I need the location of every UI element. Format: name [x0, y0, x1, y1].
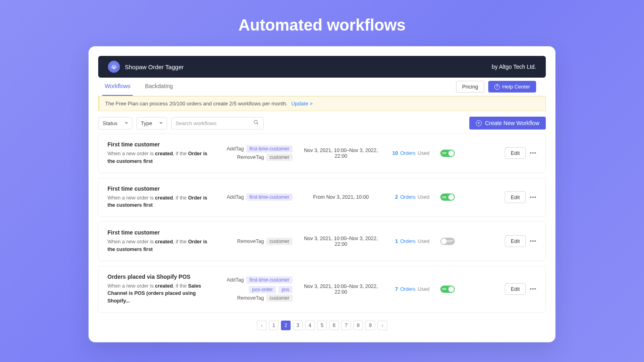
add-tag-label: AddTag: [227, 277, 244, 283]
page-7[interactable]: 7: [341, 321, 351, 330]
more-icon[interactable]: •••: [530, 238, 537, 244]
tag-chip: pos-order: [249, 286, 276, 293]
workflow-tags: RemoveTagcustomer: [216, 237, 293, 246]
page-prev[interactable]: ‹: [257, 321, 266, 330]
workflow-tags: AddTagfirst-time-customerRemoveTagcustom…: [216, 144, 293, 162]
help-icon: ?: [494, 84, 500, 90]
help-center-label: Help Center: [502, 84, 530, 90]
workflow-toggle[interactable]: ON: [440, 150, 455, 157]
app-card: Shopaw Order Tagger by Altgo Tech Ltd. W…: [89, 46, 555, 342]
workflow-card: First time customerWhen a new order is c…: [98, 222, 546, 261]
edit-button[interactable]: Edit: [505, 283, 526, 295]
svg-point-4: [113, 67, 115, 69]
edit-button[interactable]: Edit: [505, 191, 526, 203]
page-3[interactable]: 3: [293, 321, 303, 330]
page-6[interactable]: 6: [329, 321, 339, 330]
workflow-date: Nov 3, 2021, 10:00–Nov 3, 2022, 22:00: [301, 284, 381, 295]
workflow-title: Orders placed via Shopify POS: [107, 274, 208, 280]
page-8[interactable]: 8: [353, 321, 363, 330]
workflow-toggle[interactable]: ON: [440, 193, 455, 201]
chevron-down-icon: [125, 122, 128, 124]
tag-chip: first-time-customer: [246, 193, 293, 201]
page-4[interactable]: 4: [305, 321, 315, 330]
workflow-card: First time customerWhen a new order is c…: [98, 178, 546, 217]
page-5[interactable]: 5: [317, 321, 327, 330]
page-2[interactable]: 2: [281, 321, 291, 330]
hero-title: Automated workflows: [238, 16, 406, 34]
workflow-card: First time customerWhen a new order is c…: [98, 134, 546, 173]
pagination: ‹123456789›: [89, 321, 555, 330]
tabs-row: Workflows Backdating Pricing ? Help Cent…: [98, 78, 546, 96]
svg-point-0: [112, 66, 114, 67]
toggle-knob: [441, 239, 447, 244]
status-label: Status: [103, 120, 118, 126]
page-9[interactable]: 9: [365, 321, 375, 330]
app-name: Shopaw Order Tagger: [125, 64, 184, 70]
plan-banner: The Free Plan can process 20/100 orders …: [98, 96, 546, 111]
workflow-title: First time customer: [107, 185, 208, 192]
workflow-description: When a new order is created, if the Orde…: [107, 238, 208, 253]
edit-button[interactable]: Edit: [505, 147, 526, 159]
toggle-knob: [448, 150, 454, 156]
svg-point-2: [111, 67, 113, 68]
tag-chip: customer: [266, 238, 293, 245]
workflow-title: First time customer: [107, 141, 208, 148]
tag-chip: first-time-customer: [246, 145, 293, 152]
search-input[interactable]: [175, 120, 253, 126]
type-label: Type: [141, 120, 152, 126]
workflow-list: First time customerWhen a new order is c…: [98, 134, 546, 313]
workflow-description: When a new order is created, if the Orde…: [107, 194, 208, 210]
toggle-label: OFF: [447, 240, 453, 243]
workflow-toggle[interactable]: OFF: [440, 238, 455, 245]
workflow-card: Orders placed via Shopify POSWhen a new …: [98, 266, 546, 313]
chevron-down-icon: [159, 122, 163, 124]
workflow-date: From Nov 3, 2021, 10:00: [301, 194, 381, 200]
remove-tag-label: RemoveTag: [237, 154, 264, 160]
svg-point-5: [254, 120, 257, 123]
add-tag-label: AddTag: [227, 146, 244, 152]
toggle-label: ON: [442, 288, 446, 290]
remove-tag-label: RemoveTag: [237, 295, 264, 301]
toggle-knob: [448, 194, 454, 200]
pricing-button[interactable]: Pricing: [456, 81, 484, 93]
page-next[interactable]: ›: [378, 321, 387, 330]
toggle-knob: [448, 286, 454, 292]
banner-text: The Free Plan can process 20/100 orders …: [105, 101, 287, 107]
workflow-title: First time customer: [107, 229, 208, 236]
create-workflow-button[interactable]: + Create New Workflow: [469, 117, 546, 130]
svg-point-3: [115, 67, 116, 68]
add-tag-label: AddTag: [227, 194, 244, 200]
tag-chip: customer: [266, 154, 293, 161]
app-logo-icon: [108, 61, 120, 73]
workflow-usage: 10 Orders Used: [389, 150, 429, 156]
svg-point-1: [114, 66, 116, 67]
toggle-label: ON: [442, 196, 446, 199]
filter-row: Status Type + Create New Workflow: [98, 117, 546, 130]
workflow-toggle[interactable]: ON: [440, 286, 455, 293]
banner-update-link[interactable]: Update >: [291, 101, 313, 107]
status-select[interactable]: Status: [98, 117, 132, 130]
workflow-usage: 2 Orders Used: [389, 194, 429, 200]
workflow-tags: AddTagfirst-time-customerpos-orderposRem…: [216, 275, 293, 303]
tag-chip: first-time-customer: [246, 276, 293, 284]
tab-backdating[interactable]: Backdating: [142, 78, 175, 96]
create-workflow-label: Create New Workflow: [485, 120, 539, 126]
plus-circle-icon: +: [476, 120, 482, 126]
type-select[interactable]: Type: [136, 117, 167, 130]
remove-tag-label: RemoveTag: [237, 239, 264, 244]
search-icon: [253, 119, 259, 127]
more-icon[interactable]: •••: [530, 286, 537, 292]
page-1[interactable]: 1: [269, 321, 279, 330]
tab-workflows[interactable]: Workflows: [102, 78, 133, 96]
help-center-button[interactable]: ? Help Center: [488, 81, 536, 93]
workflow-tags: AddTagfirst-time-customer: [216, 192, 293, 202]
app-author: by Altgo Tech Ltd.: [492, 64, 536, 70]
workflow-date: Nov 3, 2021, 10:00–Nov 3, 2022, 22:00: [301, 236, 381, 247]
more-icon[interactable]: •••: [530, 150, 537, 156]
search-box[interactable]: [171, 117, 264, 130]
workflow-usage: 1 Orders Used: [389, 239, 429, 244]
tag-chip: pos: [279, 286, 293, 293]
edit-button[interactable]: Edit: [505, 235, 526, 247]
more-icon[interactable]: •••: [530, 194, 537, 200]
workflow-description: When a new order is created, if the Orde…: [107, 150, 208, 165]
